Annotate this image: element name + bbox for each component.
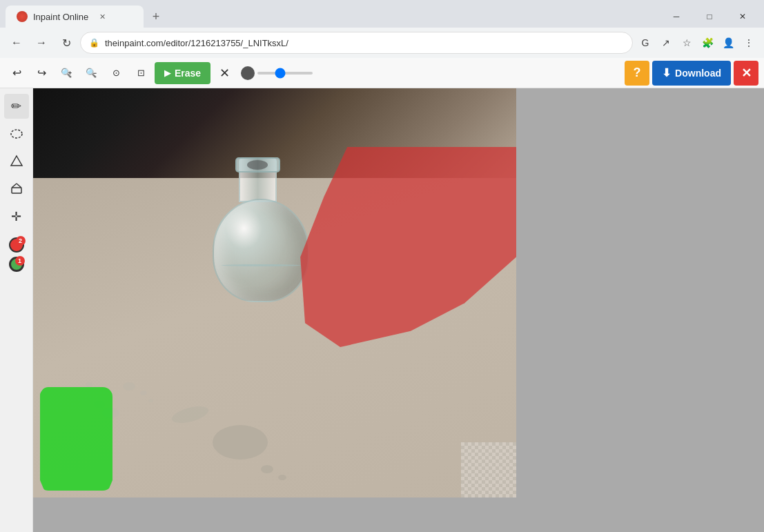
redo-button[interactable]: ↪ [30,62,52,84]
play-icon: ▶ [164,68,170,78]
zoom-fit-button[interactable]: ⊡ [130,62,152,84]
svg-line-4 [17,184,21,188]
tab-favicon [17,11,28,22]
google-icon[interactable]: G [636,33,655,52]
bookmark-icon[interactable]: ☆ [677,33,696,52]
canvas-wrapper [33,88,516,497]
close-editor-button[interactable]: ✕ [734,61,758,86]
profile-icon[interactable]: 👤 [718,33,738,52]
lasso-tool[interactable] [4,121,29,146]
tab-bar: Inpaint Online ✕ + ─ □ ✕ [0,0,764,28]
active-tab[interactable]: Inpaint Online ✕ [6,6,144,28]
brush-size-control [241,66,313,80]
lock-icon: 🔒 [89,38,99,48]
help-label: ? [634,66,641,80]
brush-tool[interactable]: ✏ [4,94,29,119]
extensions-icon[interactable]: 🧩 [698,33,717,52]
photo-canvas [33,88,516,497]
main-area: ✏ ✛ 2 [0,88,764,532]
svg-line-3 [12,184,17,188]
close-label: ✕ [741,66,752,81]
color-green-row: 1 [9,257,24,272]
color-green-badge: 1 [15,256,25,266]
left-sidebar: ✏ ✛ 2 [0,88,33,532]
close-button[interactable]: ✕ [727,6,758,28]
svg-marker-1 [11,156,22,166]
share-icon[interactable]: ↗ [656,33,676,52]
zoom-in-button[interactable]: 🔍+ [55,62,77,84]
color-red-row: 2 [9,237,24,253]
download-button[interactable]: ⬇ Download [652,61,731,86]
cancel-erase-button[interactable]: ✕ [213,62,235,84]
move-tool[interactable]: ✛ [4,204,29,229]
erase-button[interactable]: ▶ Erase [155,62,210,84]
color-red-swatch[interactable]: 2 [9,237,24,253]
reload-button[interactable]: ↻ [55,32,77,54]
nav-actions: G ↗ ☆ 🧩 👤 ⋮ [636,33,758,52]
color-red-badge: 2 [16,236,26,246]
menu-icon[interactable]: ⋮ [739,33,758,52]
polygon-tool[interactable] [4,149,29,174]
zoom-out-button[interactable]: 🔍− [80,62,102,84]
erase-label: Erase [175,68,201,79]
zoom-reset-button[interactable]: ⊙ [105,62,127,84]
brush-dot [241,66,255,80]
forward-button[interactable]: → [30,32,52,54]
canvas-area[interactable] [33,88,764,532]
back-button[interactable]: ← [6,32,28,54]
svg-rect-2 [12,188,21,193]
color-green-swatch[interactable]: 1 [9,257,24,272]
new-tab-button[interactable]: + [146,7,166,26]
help-button[interactable]: ? [625,61,649,86]
download-label: Download [675,68,721,79]
download-icon: ⬇ [662,66,671,79]
eraser-tool[interactable] [4,177,29,201]
undo-button[interactable]: ↩ [6,62,28,84]
address-text: theinpaint.com/editor/1216213755/_LNITks… [105,38,624,48]
window-controls: ─ □ ✕ [660,6,758,28]
tab-title: Inpaint Online [33,12,88,22]
svg-point-0 [11,130,22,138]
tab-close-button[interactable]: ✕ [97,11,108,22]
address-bar[interactable]: 🔒 theinpaint.com/editor/1216213755/_LNIT… [80,32,633,54]
navigation-bar: ← → ↻ 🔒 theinpaint.com/editor/1216213755… [0,28,764,58]
minimize-button[interactable]: ─ [660,6,692,28]
maximize-button[interactable]: □ [694,6,725,28]
brush-size-slider[interactable] [257,72,313,75]
app-toolbar: ↩ ↪ 🔍+ 🔍− ⊙ ⊡ ▶ Erase ✕ ? ⬇ Download ✕ [0,58,764,88]
